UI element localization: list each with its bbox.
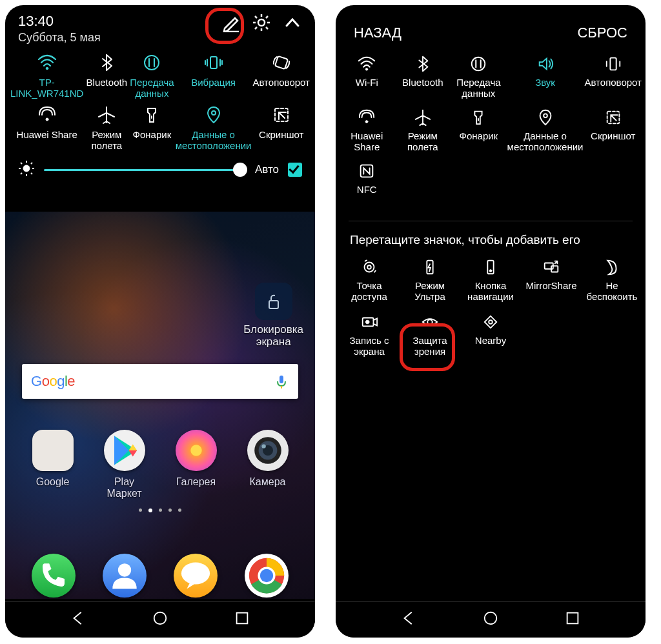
qs-tile-vibrate[interactable]: Вибрация bbox=[176, 51, 252, 99]
app-play[interactable]: Play Маркет bbox=[96, 430, 153, 499]
qs-tile-airplane[interactable]: Режим полета bbox=[85, 103, 128, 152]
gear-icon[interactable] bbox=[252, 13, 271, 35]
edit-tile-data[interactable]: Передача данных bbox=[451, 53, 506, 99]
avail-tile-eye[interactable]: Защита зрения bbox=[400, 311, 460, 357]
nav-back[interactable] bbox=[401, 610, 418, 629]
statusbar: 13:40 Суббота, 5 мая bbox=[5, 5, 315, 45]
google-searchbar[interactable]: Google bbox=[22, 364, 298, 399]
top-icons bbox=[221, 13, 302, 35]
qs-tile-data[interactable]: Передача данных bbox=[130, 51, 174, 99]
divider bbox=[349, 221, 633, 221]
edit-header: НАЗАД СБРОС bbox=[336, 5, 646, 48]
nav-recent[interactable] bbox=[564, 610, 581, 629]
svg-point-46 bbox=[260, 569, 273, 582]
edit-tile-sound[interactable]: Звук bbox=[507, 53, 584, 99]
svg-point-43 bbox=[181, 563, 210, 585]
reset-button[interactable]: СБРОС bbox=[577, 25, 627, 41]
dock-chrome[interactable] bbox=[245, 554, 289, 598]
active-tiles-grid: Wi-FiBluetoothПередача данныхЗвукАвтопов… bbox=[336, 48, 646, 210]
wallpaper bbox=[5, 212, 315, 599]
edit-tile-location[interactable]: Данные о местоположении bbox=[507, 106, 584, 152]
nav-back[interactable] bbox=[70, 610, 87, 629]
edit-tile-wifi[interactable]: Wi-Fi bbox=[340, 53, 394, 99]
avail-tile-navbtn[interactable]: Кнопка навигации bbox=[461, 256, 520, 302]
brightness-row: Авто bbox=[5, 151, 315, 191]
svg-point-41 bbox=[261, 444, 265, 448]
quick-settings-grid: TP-LINK_WR741NDBluetoothПередача данныхВ… bbox=[5, 45, 315, 151]
avail-tile-ultra[interactable]: Режим Ультра bbox=[400, 256, 460, 302]
phone-right: НАЗАД СБРОС Wi-FiBluetoothПередача данны… bbox=[336, 5, 646, 638]
edit-icon[interactable] bbox=[221, 13, 240, 35]
qs-tile-share[interactable]: Huawei Share bbox=[10, 103, 83, 152]
avail-tile-hotspot[interactable]: Точка доступа bbox=[340, 256, 399, 302]
qs-tile-bluetooth[interactable]: Bluetooth bbox=[85, 51, 128, 99]
dock bbox=[5, 554, 315, 598]
svg-point-42 bbox=[118, 563, 131, 576]
avail-tile-nearby[interactable]: Nearby bbox=[461, 311, 520, 357]
avail-tile-dnd[interactable]: Не беспокоить bbox=[582, 256, 642, 302]
google-logo: Google bbox=[31, 373, 75, 390]
app-row: Google Play Маркет Галерея Камера bbox=[5, 430, 315, 499]
auto-brightness-label: Авто bbox=[255, 163, 279, 176]
navbar-right bbox=[336, 601, 646, 638]
navbar-left bbox=[5, 601, 315, 638]
nav-recent[interactable] bbox=[234, 610, 250, 629]
dock-contacts[interactable] bbox=[103, 554, 147, 598]
brightness-slider[interactable] bbox=[44, 169, 246, 171]
collapse-icon[interactable] bbox=[283, 13, 302, 35]
date: Суббота, 5 мая bbox=[18, 31, 101, 45]
brightness-icon bbox=[18, 160, 35, 179]
slider-thumb[interactable] bbox=[233, 163, 247, 177]
drag-hint: Перетащите значок, чтобы добавить его bbox=[336, 226, 646, 250]
time: 13:40 bbox=[18, 13, 101, 30]
phone-left: 13:40 Суббота, 5 мая TP-LINK_WR741NDBlue… bbox=[5, 5, 315, 638]
back-button[interactable]: НАЗАД bbox=[354, 25, 402, 41]
app-gallery[interactable]: Галерея bbox=[168, 430, 225, 499]
edit-tile-bluetooth[interactable]: Bluetooth bbox=[396, 53, 451, 99]
edit-tile-screenshot[interactable]: Скриншот bbox=[584, 106, 642, 152]
time-date: 13:40 Суббота, 5 мая bbox=[18, 13, 101, 45]
lock-widget[interactable]: Блокировкаэкрана bbox=[243, 283, 303, 348]
page-indicator bbox=[5, 508, 315, 512]
qs-tile-wifi[interactable]: TP-LINK_WR741ND bbox=[10, 51, 83, 99]
dock-messages[interactable] bbox=[174, 554, 218, 598]
app-google[interactable]: Google bbox=[25, 430, 81, 499]
edit-tile-flashlight[interactable]: Фонарик bbox=[451, 106, 506, 152]
edit-tile-rotate2[interactable]: Автоповорот bbox=[584, 53, 642, 99]
mic-icon[interactable] bbox=[274, 374, 289, 389]
edit-tile-nfc[interactable]: NFC bbox=[340, 160, 394, 205]
nav-home[interactable] bbox=[152, 610, 168, 629]
app-camera[interactable]: Камера bbox=[239, 430, 296, 499]
dock-phone[interactable] bbox=[32, 554, 76, 598]
qs-tile-screenshot[interactable]: Скриншот bbox=[252, 103, 310, 152]
lock-icon bbox=[255, 283, 292, 320]
qs-tile-rotate[interactable]: Автоповорот bbox=[252, 51, 310, 99]
available-tiles-grid: Точка доступаРежим УльтраКнопка навигаци… bbox=[336, 250, 646, 363]
nav-home[interactable] bbox=[482, 610, 499, 629]
auto-brightness-checkbox[interactable] bbox=[288, 163, 302, 177]
lock-label: Блокировкаэкрана bbox=[243, 324, 303, 348]
qs-tile-location[interactable]: Данные о местоположении bbox=[176, 103, 252, 152]
qs-tile-flashlight[interactable]: Фонарик bbox=[130, 103, 174, 152]
avail-tile-record[interactable]: Запись с экрана bbox=[340, 311, 399, 357]
edit-tile-airplane[interactable]: Режим полета bbox=[396, 106, 451, 152]
edit-tile-share[interactable]: Huawei Share bbox=[340, 106, 394, 152]
avail-tile-mirror[interactable]: MirrorShare bbox=[522, 256, 581, 302]
svg-rect-36 bbox=[280, 376, 283, 383]
